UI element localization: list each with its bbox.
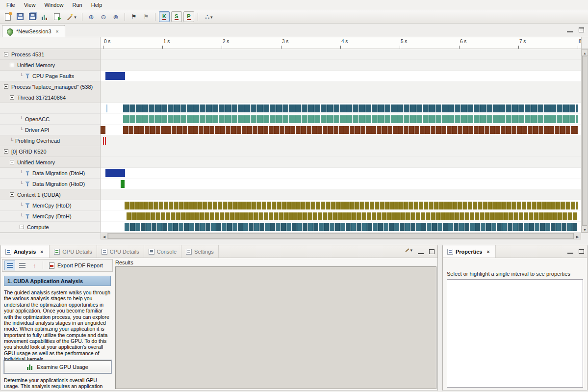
save-session-button[interactable] <box>14 11 26 22</box>
zoom-in-button[interactable] <box>85 11 97 22</box>
timeline-row-label-row[interactable] <box>0 103 100 114</box>
analysis-menu-button[interactable] <box>201 11 217 22</box>
filter-icon[interactable] <box>25 171 30 176</box>
timeline-interval[interactable] <box>127 212 578 220</box>
timeline-row-label-process-4531[interactable]: Process 4531 <box>0 49 100 60</box>
timeline-track-driver-api[interactable] <box>101 125 581 135</box>
view-menu-icon[interactable] <box>405 249 412 255</box>
new-session-button[interactable] <box>2 11 14 22</box>
process-toggle-button[interactable]: P <box>183 11 194 22</box>
timeline-interval[interactable] <box>106 105 107 112</box>
time-ruler[interactable]: 0 s1 s2 s3 s4 s5 s6 s7 s8 s <box>101 37 581 49</box>
tab-gpu-details[interactable]: GPU Details <box>50 245 97 258</box>
menu-view[interactable]: View <box>20 1 40 9</box>
timeline-row-label-data-migration-htod[interactable]: └Data Migration (HtoD) <box>0 179 100 189</box>
collapse-toggle-icon[interactable] <box>10 63 14 67</box>
timeline-interval[interactable] <box>125 223 578 231</box>
zoom-out-button[interactable] <box>98 11 109 22</box>
timeline-row-label-process-laplace-managed-538[interactable]: Process "laplace_managed" (538) <box>0 81 100 92</box>
collapse-toggle-icon[interactable] <box>20 225 24 229</box>
unguided-analysis-toggle[interactable] <box>17 261 27 270</box>
export-pdf-button[interactable]: Export PDF Report <box>46 261 106 270</box>
marker-next-button[interactable] <box>140 11 152 22</box>
scroll-down-icon[interactable] <box>582 226 588 233</box>
vertical-scroll-thumb[interactable] <box>582 56 588 226</box>
scroll-left-icon[interactable] <box>101 233 108 239</box>
menu-file[interactable]: File <box>2 1 20 9</box>
horizontal-scroll-thumb[interactable] <box>108 233 574 239</box>
tab-settings[interactable]: Settings <box>181 245 219 258</box>
kernel-toggle-button[interactable]: K <box>159 11 170 22</box>
scroll-up-icon[interactable] <box>582 49 588 56</box>
collapse-toggle-icon[interactable] <box>4 149 8 154</box>
timeline-track-process-4531[interactable] <box>101 49 581 60</box>
menu-run[interactable]: Run <box>68 1 87 9</box>
timeline-interval[interactable] <box>105 137 106 145</box>
timeline-track-profiling-overhead[interactable] <box>101 135 581 146</box>
stream-toggle-button[interactable]: S <box>171 11 182 22</box>
close-session-icon[interactable] <box>54 28 60 34</box>
timeline-track-cpu-page-faults[interactable] <box>101 71 581 81</box>
horizontal-scrollbar[interactable] <box>101 233 581 239</box>
collapse-toggle-icon[interactable] <box>10 95 14 100</box>
timeline-track-0-grid-k520[interactable] <box>101 146 581 157</box>
timeline-track-process-laplace-managed-538[interactable] <box>101 81 581 92</box>
timeline-interval[interactable] <box>101 126 105 134</box>
timeline-row-label-thread-3172140864[interactable]: Thread 3172140864 <box>0 92 100 103</box>
configure-dropdown-button[interactable] <box>63 11 79 22</box>
tab-newsession3[interactable]: *NewSession3 <box>2 25 65 37</box>
collapse-toggle-icon[interactable] <box>4 84 8 89</box>
timeline-track-unified-memory[interactable] <box>101 60 581 71</box>
timeline-interval[interactable] <box>105 169 125 177</box>
timeline-interval[interactable] <box>103 137 104 145</box>
export-report-button[interactable] <box>51 11 63 22</box>
save-all-button[interactable] <box>26 11 38 22</box>
timeline-track-row[interactable] <box>101 103 581 114</box>
tab-cpu-details[interactable]: CPU Details <box>97 245 144 258</box>
timeline-row-label-compute[interactable]: Compute <box>0 222 100 233</box>
close-tab-icon[interactable] <box>39 249 45 255</box>
maximize-icon[interactable] <box>429 249 435 254</box>
timeline-track-memcpy-htod[interactable] <box>101 200 581 211</box>
examine-gpu-usage-button[interactable]: Examine GPU Usage <box>4 360 111 373</box>
timeline-row-label-memcpy-dtoh[interactable]: └MemCpy (DtoH) <box>0 211 100 222</box>
filter-icon[interactable] <box>25 203 30 208</box>
timeline-interval[interactable] <box>123 105 578 112</box>
timeline-track-data-migration-dtoh[interactable] <box>101 168 581 179</box>
timeline-track-thread-3172140864[interactable] <box>101 92 581 103</box>
maximize-icon[interactable] <box>579 249 584 254</box>
timeline-row-label-data-migration-dtoh[interactable]: └Data Migration (DtoH) <box>0 168 100 179</box>
timeline-row-label-cpu-page-faults[interactable]: └CPU Page Faults <box>0 71 100 81</box>
collapse-toggle-icon[interactable] <box>4 52 8 56</box>
collapse-toggle-icon[interactable] <box>10 192 14 197</box>
profile-application-button[interactable] <box>39 11 51 22</box>
filter-icon[interactable] <box>25 214 30 219</box>
timeline-row-label-unified-memory[interactable]: Unified Memory <box>0 60 100 71</box>
marker-prev-button[interactable] <box>128 11 140 22</box>
timeline-row-label-profiling-overhead[interactable]: └Profiling Overhead <box>0 135 100 146</box>
filter-icon[interactable] <box>25 182 30 186</box>
scroll-right-icon[interactable] <box>574 233 581 239</box>
filter-icon[interactable] <box>25 74 30 78</box>
timeline-row-label-0-grid-k520[interactable]: [0] GRID K520 <box>0 146 100 157</box>
vertical-scrollbar[interactable] <box>581 49 588 233</box>
timeline-row-label-memcpy-htod[interactable]: └MemCpy (HtoD) <box>0 200 100 211</box>
close-properties-icon[interactable] <box>485 249 491 255</box>
timeline-track-compute[interactable] <box>101 222 581 233</box>
maximize-icon[interactable] <box>579 27 584 32</box>
minimize-icon[interactable] <box>567 249 573 254</box>
zoom-fit-button[interactable] <box>110 11 122 22</box>
timeline-row-label-openacc[interactable]: └OpenACC <box>0 114 100 125</box>
timeline-row-label-unified-memory[interactable]: Unified Memory <box>0 157 100 168</box>
guided-analysis-toggle[interactable] <box>4 261 15 270</box>
collapse-toggle-icon[interactable] <box>10 160 14 164</box>
timeline-interval[interactable] <box>123 115 578 123</box>
timeline-row-label-context-1-cuda[interactable]: Context 1 (CUDA) <box>0 189 100 200</box>
tab-console[interactable]: Console <box>144 245 181 258</box>
timeline-interval[interactable] <box>105 72 125 80</box>
timeline-track-context-1-cuda[interactable] <box>101 189 581 200</box>
menu-window[interactable]: Window <box>40 1 68 9</box>
timeline-track-unified-memory[interactable] <box>101 157 581 168</box>
minimize-icon[interactable] <box>418 249 424 254</box>
tab-analysis[interactable]: Analysis <box>1 245 50 258</box>
